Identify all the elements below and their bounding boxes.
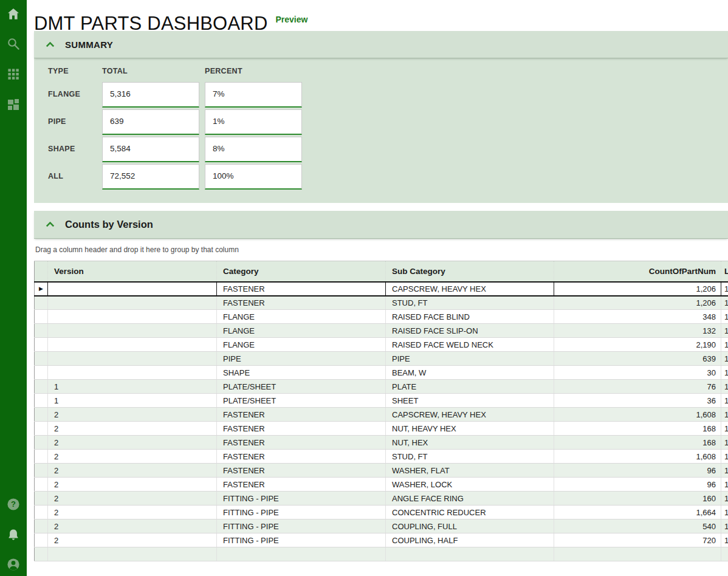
dashboard-tiles-icon[interactable] xyxy=(6,97,21,112)
cell-subcategory[interactable]: COUPLING, FULL xyxy=(386,519,554,533)
summary-percent-field[interactable]: 100% xyxy=(205,164,302,190)
row-selector-cell[interactable] xyxy=(35,478,48,492)
row-selector-cell[interactable] xyxy=(35,506,48,519)
table-row[interactable]: 2FASTENERSTUD, FT1,6081 xyxy=(35,450,728,464)
help-icon[interactable]: ? xyxy=(6,497,21,512)
cell-category[interactable]: PLATE/SHEET xyxy=(217,380,386,394)
cell-clipped[interactable]: 1 xyxy=(721,380,728,394)
row-selector-cell[interactable] xyxy=(35,296,48,310)
cell-version[interactable]: 2 xyxy=(48,492,217,506)
cell-version[interactable]: 2 xyxy=(48,478,217,492)
cell-version[interactable] xyxy=(48,296,217,310)
cell-subcategory[interactable]: BEAM, W xyxy=(386,366,554,380)
cell-clipped[interactable]: 1 xyxy=(721,450,728,464)
cell-clipped[interactable]: 1 xyxy=(721,519,728,533)
cell-clipped[interactable]: 1 xyxy=(721,296,728,310)
row-selector-cell[interactable] xyxy=(35,408,48,422)
cell-subcategory[interactable]: NUT, HEAVY HEX xyxy=(386,422,554,436)
cell-category[interactable]: FASTENER xyxy=(217,296,386,310)
cell-subcategory[interactable]: RAISED FACE WELD NECK xyxy=(386,338,554,352)
cell-version[interactable]: 2 xyxy=(48,533,217,547)
chevron-up-icon[interactable] xyxy=(46,222,55,227)
cell-clipped[interactable]: 1 xyxy=(721,533,728,547)
apps-grid-icon[interactable] xyxy=(6,67,21,81)
cell-subcategory[interactable]: WASHER, LOCK xyxy=(386,478,554,492)
cell-count[interactable]: 2,190 xyxy=(554,338,721,352)
cell-version[interactable]: 2 xyxy=(48,436,217,450)
row-selector-cell[interactable] xyxy=(35,533,48,547)
table-row[interactable]: 1PLATE/SHEETSHEET361 xyxy=(35,394,728,408)
cell-clipped[interactable]: 1 xyxy=(721,366,728,380)
cell-count[interactable]: 168 xyxy=(554,436,721,450)
cell-version[interactable] xyxy=(48,547,217,561)
summary-total-field[interactable]: 5,584 xyxy=(102,137,199,162)
summary-percent-field[interactable]: 1% xyxy=(205,109,302,135)
cell-version[interactable]: 1 xyxy=(48,380,217,394)
cell-version[interactable] xyxy=(48,324,217,338)
cell-clipped[interactable]: 1 xyxy=(721,324,728,338)
cell-clipped[interactable]: 1 xyxy=(721,282,728,296)
cell-category[interactable]: FASTENER xyxy=(217,478,386,492)
cell-subcategory[interactable]: STUD, FT xyxy=(386,450,554,464)
table-row[interactable]: 2FITTING - PIPECOUPLING, FULL5401 xyxy=(35,519,728,533)
row-selector-cell[interactable] xyxy=(35,338,48,352)
cell-count[interactable] xyxy=(554,547,721,561)
cell-count[interactable]: 132 xyxy=(554,324,721,338)
cell-count[interactable]: 96 xyxy=(554,464,721,478)
row-selector-cell[interactable] xyxy=(35,436,48,450)
cell-category[interactable]: FITTING - PIPE xyxy=(217,506,386,519)
row-selector-cell[interactable] xyxy=(35,519,48,533)
cell-category[interactable]: PLATE/SHEET xyxy=(217,394,386,408)
cell-subcategory[interactable]: RAISED FACE SLIP-ON xyxy=(386,324,554,338)
table-row[interactable]: 2FITTING - PIPECONCENTRIC REDUCER1,6641 xyxy=(35,506,728,519)
cell-version[interactable]: 2 xyxy=(48,450,217,464)
cell-category[interactable]: FITTING - PIPE xyxy=(217,533,386,547)
cell-subcategory[interactable] xyxy=(386,547,554,561)
cell-clipped[interactable]: 1 xyxy=(721,492,728,506)
summary-total-field[interactable]: 72,552 xyxy=(102,164,199,190)
cell-count[interactable]: 36 xyxy=(554,394,721,408)
table-row[interactable]: 2FASTENERWASHER, LOCK961 xyxy=(35,478,728,492)
cell-category[interactable]: FLANGE xyxy=(217,324,386,338)
cell-version[interactable] xyxy=(48,338,217,352)
row-selector-cell[interactable] xyxy=(35,492,48,506)
cell-count[interactable]: 1,206 xyxy=(554,282,721,296)
cell-version[interactable] xyxy=(48,352,217,366)
cell-count[interactable]: 160 xyxy=(554,492,721,506)
cell-clipped[interactable]: 1 xyxy=(721,478,728,492)
chevron-up-icon[interactable] xyxy=(46,42,55,47)
cell-count[interactable]: 540 xyxy=(554,519,721,533)
row-selector-cell[interactable]: ▶ xyxy=(35,282,48,296)
search-icon[interactable] xyxy=(6,36,21,51)
row-selector-cell[interactable] xyxy=(35,310,48,324)
cell-subcategory[interactable]: PIPE xyxy=(386,352,554,366)
counts-section-header[interactable]: Counts by Version xyxy=(34,211,728,239)
cell-category[interactable]: FASTENER xyxy=(217,464,386,478)
row-selector-cell[interactable] xyxy=(35,324,48,338)
cell-subcategory[interactable]: COUPLING, HALF xyxy=(386,533,554,547)
cell-count[interactable]: 720 xyxy=(554,533,721,547)
table-row[interactable]: 2FASTENERCAPSCREW, HEAVY HEX1,6081 xyxy=(35,408,728,422)
row-selector-cell[interactable] xyxy=(35,464,48,478)
notifications-bell-icon[interactable] xyxy=(6,527,21,542)
cell-category[interactable]: FLANGE xyxy=(217,338,386,352)
cell-category[interactable] xyxy=(217,547,386,561)
summary-section-header[interactable]: SUMMARY xyxy=(34,31,728,58)
cell-version[interactable]: 2 xyxy=(48,422,217,436)
cell-count[interactable]: 1,608 xyxy=(554,450,721,464)
cell-clipped[interactable]: 1 xyxy=(721,310,728,324)
cell-clipped[interactable]: 1 xyxy=(721,352,728,366)
cell-subcategory[interactable]: PLATE xyxy=(386,380,554,394)
cell-category[interactable]: FASTENER xyxy=(217,450,386,464)
account-icon[interactable] xyxy=(6,557,21,572)
cell-category[interactable]: FITTING - PIPE xyxy=(217,492,386,506)
cell-count[interactable]: 1,206 xyxy=(554,296,721,310)
cell-version[interactable]: 1 xyxy=(48,394,217,408)
row-selector-cell[interactable] xyxy=(35,547,48,561)
row-selector-cell[interactable] xyxy=(35,394,48,408)
cell-count[interactable]: 1,608 xyxy=(554,408,721,422)
cell-subcategory[interactable]: CAPSCREW, HEAVY HEX xyxy=(386,282,554,296)
cell-clipped[interactable]: 1 xyxy=(721,506,728,519)
cell-version[interactable] xyxy=(48,366,217,380)
cell-count[interactable]: 96 xyxy=(554,478,721,492)
